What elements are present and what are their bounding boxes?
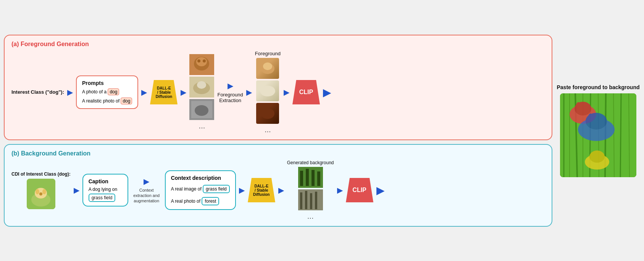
svg-point-23: [36, 189, 39, 194]
clip-shape-b: CLIP: [346, 178, 373, 202]
arrow-5b: ▶: [337, 186, 343, 195]
arrow-4b: ▶: [278, 186, 284, 195]
interest-class-a: Interest Class ("dog"):: [11, 89, 64, 96]
dog-image-2: [189, 77, 214, 98]
generated-images-a: ...: [189, 54, 214, 130]
main-container: (a) Foreground Generation Interest Class…: [4, 4, 640, 257]
svg-point-55: [598, 115, 602, 123]
svg-point-25: [39, 192, 42, 195]
svg-line-47: [620, 93, 621, 177]
bg-image-1: [298, 167, 323, 188]
generated-bg-label: Generated background: [287, 160, 334, 165]
fg-image-1: [256, 58, 279, 79]
dog-image-3: [189, 99, 214, 120]
svg-rect-29: [306, 169, 309, 186]
arrow-1b: ▶: [74, 186, 79, 195]
dots-a-fg: ...: [256, 125, 279, 134]
svg-marker-19: [292, 80, 320, 104]
arrow-6a: ▶: [284, 88, 289, 97]
svg-point-57: [589, 151, 605, 163]
clip-shape-a: CLIP: [292, 80, 320, 104]
arrow-5a: ▶: [246, 88, 252, 97]
extraction-section: ▶ Foreground Extraction: [217, 81, 243, 103]
svg-point-5: [203, 59, 206, 62]
context-highlight-2: forest: [202, 197, 219, 205]
arrow-3b: ▶: [239, 186, 245, 195]
context-extraction-section: ▶ Context extraction and augmentation: [131, 177, 162, 204]
svg-point-16: [260, 86, 275, 96]
svg-rect-30: [312, 170, 315, 186]
svg-marker-37: [346, 178, 373, 202]
dots-a-generated: ...: [189, 122, 214, 130]
caption-highlight: grass field: [89, 194, 116, 202]
dalle-shape-a: DALL-E/ StableDiffusion: [150, 80, 178, 104]
svg-rect-31: [317, 171, 320, 186]
arrow-6b: ▶: [376, 184, 385, 197]
context-highlight-1: grass field: [203, 185, 230, 193]
svg-rect-35: [310, 193, 312, 209]
svg-point-18: [261, 108, 274, 119]
section-b-content: CDI of Interest Class (dog):: [11, 160, 545, 221]
prompt-2: A realistic photo of dog: [82, 98, 132, 104]
dalle-shape-b: DALL-E/ StableDiffusion: [248, 178, 275, 202]
highlight-dog-1: dog: [108, 88, 119, 95]
svg-rect-28: [300, 171, 303, 186]
panel-a: (a) Foreground Generation Interest Class…: [4, 35, 552, 140]
prompts-box: Prompts A photo of a dog A realistic pho…: [76, 75, 138, 109]
right-panel: Paste foreground to background: [556, 84, 640, 177]
panel-b: (b) Background Generation CDI of Interes…: [4, 144, 552, 227]
bg-image-2: [298, 189, 323, 210]
caption-title: Caption: [89, 178, 122, 184]
background-images: Generated background: [287, 160, 334, 221]
svg-point-54: [588, 114, 593, 123]
composite-image: [560, 93, 636, 177]
context-line-2: A real photo of forest: [171, 195, 230, 205]
context-extraction-label: Context extraction and augmentation: [131, 187, 162, 204]
context-line-1: A real image of grass field: [171, 183, 230, 193]
fg-image-3: [256, 103, 279, 124]
extraction-label: Foreground Extraction: [217, 92, 243, 103]
bg-images-list: ...: [298, 167, 323, 221]
svg-point-11: [195, 105, 208, 116]
panel-a-label: (a) Foreground Generation: [11, 41, 545, 48]
svg-rect-33: [300, 192, 302, 209]
svg-point-24: [42, 189, 46, 194]
svg-point-4: [197, 59, 200, 62]
arrow-2a: ▶: [141, 88, 147, 97]
foreground-images: Foreground: [255, 51, 281, 134]
svg-rect-34: [305, 191, 307, 209]
svg-marker-0: [150, 80, 178, 104]
svg-point-14: [263, 62, 272, 70]
svg-marker-26: [248, 178, 275, 202]
arrow-2b: ▶: [144, 177, 149, 186]
cdi-section: CDI of Interest Class (dog):: [11, 171, 71, 210]
fg-images-list: ...: [256, 58, 279, 134]
caption-box: Caption A dog lying on grass field: [82, 174, 128, 207]
arrow-4a: ▶: [228, 81, 233, 90]
panel-b-label: (b) Background Generation: [11, 150, 545, 157]
svg-point-51: [576, 102, 581, 110]
dots-b-bg: ...: [298, 212, 323, 221]
svg-rect-36: [315, 192, 317, 209]
context-title: Context description: [171, 175, 230, 181]
fg-label: Foreground: [255, 51, 281, 56]
prompt-1: A photo of a dog: [82, 88, 132, 95]
caption-text: A dog lying on: [89, 187, 122, 192]
arrow-7a: ▶: [323, 86, 331, 99]
highlight-dog-2: dog: [121, 98, 132, 104]
section-a-content: Interest Class ("dog"): ▶ Prompts A phot…: [11, 51, 545, 134]
arrow-3a: ▶: [181, 88, 186, 97]
cdi-image: [27, 179, 55, 209]
prompts-title: Prompts: [82, 80, 132, 86]
dog-image-1: [189, 54, 214, 75]
cdi-label: CDI of Interest Class (dog):: [11, 171, 71, 178]
svg-point-8: [197, 81, 206, 89]
paste-label: Paste foreground to background: [557, 84, 639, 90]
context-box: Context description A real image of gras…: [165, 170, 236, 210]
left-panels: (a) Foreground Generation Interest Class…: [4, 35, 552, 227]
arrow-1a: ▶: [67, 88, 73, 97]
fg-image-2: [256, 80, 279, 101]
